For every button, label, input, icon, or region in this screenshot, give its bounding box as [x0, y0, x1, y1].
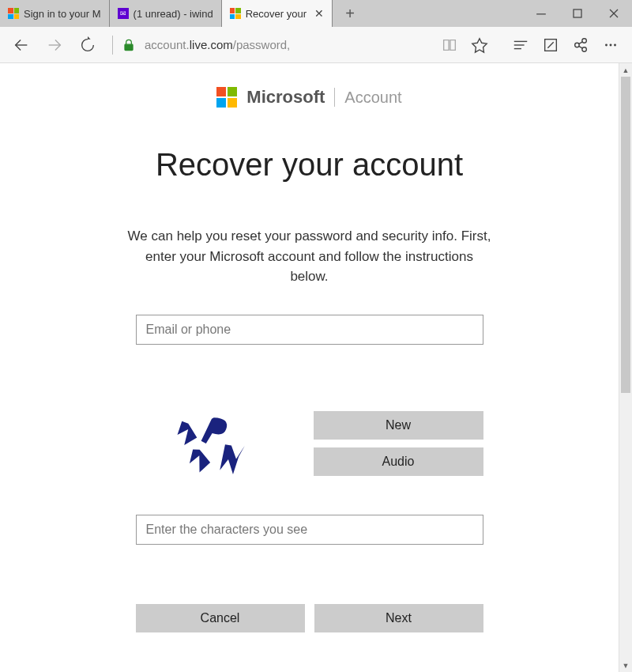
favorites-button[interactable]	[466, 32, 493, 59]
svg-marker-7	[472, 38, 487, 51]
refresh-button[interactable]	[74, 32, 101, 59]
svg-point-20	[614, 43, 616, 46]
instructions-text: We can help you reset your password and …	[128, 226, 491, 287]
page-title: Recover your account	[47, 147, 571, 183]
svg-rect-6	[125, 44, 133, 50]
back-button[interactable]	[8, 32, 35, 59]
microsoft-logo-icon	[8, 8, 19, 19]
brand-divider	[334, 88, 335, 107]
captcha-audio-button[interactable]: Audio	[314, 447, 483, 476]
svg-rect-1	[574, 9, 581, 17]
window-controls	[523, 0, 632, 27]
captcha-input[interactable]	[136, 515, 483, 545]
svg-point-13	[575, 43, 580, 47]
brand-header: Microsoft Account	[47, 87, 571, 108]
share-button[interactable]	[567, 32, 594, 59]
svg-point-15	[582, 47, 587, 51]
svg-line-17	[579, 46, 583, 48]
tab-title: Sign in to your M	[24, 8, 101, 20]
next-button[interactable]: Next	[314, 604, 483, 632]
captcha-image	[136, 404, 298, 483]
close-window-button[interactable]	[596, 0, 632, 27]
maximize-button[interactable]	[559, 0, 596, 27]
tab-recover[interactable]: Recover your ✕	[222, 0, 333, 27]
brand-company: Microsoft	[246, 87, 325, 108]
scroll-up-icon[interactable]: ▲	[619, 63, 632, 77]
mail-favicon-icon	[118, 8, 129, 19]
notes-button[interactable]	[537, 32, 564, 59]
microsoft-logo-icon	[230, 8, 241, 19]
scroll-thumb[interactable]	[621, 77, 630, 393]
svg-line-16	[579, 41, 583, 43]
svg-point-19	[610, 43, 612, 46]
vertical-scrollbar[interactable]: ▲ ▼	[619, 63, 632, 672]
svg-line-12	[547, 42, 553, 47]
window-titlebar: Sign in to your M (1 unread) - iwind Rec…	[0, 0, 632, 27]
address-bar[interactable]: account.live.com/password,	[107, 32, 430, 58]
tab-strip: Sign in to your M (1 unread) - iwind Rec…	[0, 0, 523, 27]
forward-button[interactable]	[41, 32, 68, 59]
tab-signin[interactable]: Sign in to your M	[0, 0, 110, 27]
lock-icon	[121, 37, 137, 53]
captcha-new-button[interactable]: New	[314, 411, 483, 440]
scroll-down-icon[interactable]: ▼	[619, 659, 632, 672]
cancel-button[interactable]: Cancel	[136, 604, 305, 632]
tab-title: Recover your	[246, 8, 307, 20]
email-input[interactable]	[136, 315, 483, 345]
captcha-row: New Audio	[136, 404, 483, 483]
url-text: account.live.com/password,	[145, 38, 290, 51]
hub-button[interactable]	[507, 32, 534, 59]
action-buttons: Cancel Next	[136, 604, 483, 632]
reading-view-button[interactable]	[436, 32, 463, 59]
minimize-button[interactable]	[523, 0, 559, 27]
browser-toolbar: account.live.com/password,	[0, 27, 632, 63]
tab-mail[interactable]: (1 unread) - iwind	[110, 0, 222, 27]
brand-section: Account	[344, 89, 401, 107]
svg-point-18	[605, 43, 608, 46]
page-viewport: ▲ ▼ Microsoft Account Recover your accou…	[0, 63, 632, 672]
recovery-form: New Audio Cancel Next	[136, 315, 483, 632]
separator	[112, 36, 113, 55]
new-tab-button[interactable]: +	[333, 0, 367, 27]
microsoft-logo-icon	[216, 87, 237, 108]
svg-point-14	[582, 38, 587, 43]
more-button[interactable]	[597, 32, 624, 59]
close-tab-icon[interactable]: ✕	[314, 7, 324, 20]
tab-title: (1 unread) - iwind	[134, 8, 213, 20]
